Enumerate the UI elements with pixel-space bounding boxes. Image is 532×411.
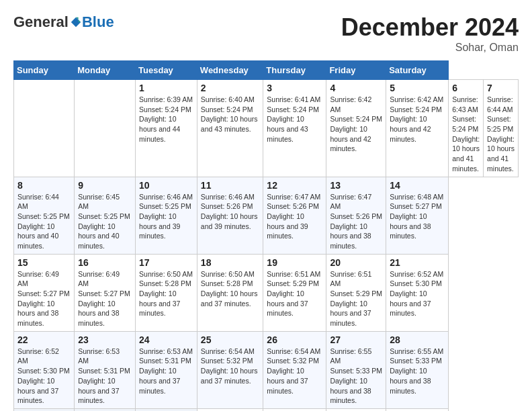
day-number: 22 [17,334,71,345]
calendar-day-cell: 6Sunrise: 6:43 AM Sunset: 5:24 PM Daylig… [449,80,484,177]
day-info: Sunrise: 6:46 AM Sunset: 5:25 PM Dayligh… [139,192,193,241]
calendar-day-cell: 15Sunrise: 6:49 AM Sunset: 5:27 PM Dayli… [14,254,75,331]
day-info: Sunrise: 6:55 AM Sunset: 5:33 PM Dayligh… [330,347,382,406]
day-info: Sunrise: 6:41 AM Sunset: 5:24 PM Dayligh… [267,95,322,144]
day-info: Sunrise: 6:54 AM Sunset: 5:32 PM Dayligh… [267,347,322,396]
calendar-day-cell: 3Sunrise: 6:41 AM Sunset: 5:24 PM Daylig… [263,80,326,177]
weekday-header-tuesday: Tuesday [136,61,197,80]
logo: General Blue [13,13,114,31]
day-info: Sunrise: 6:44 AM Sunset: 5:25 PM Dayligh… [487,95,515,174]
weekday-header-row: SundayMondayTuesdayWednesdayThursdayFrid… [14,61,519,80]
calendar-week-row: 1Sunrise: 6:39 AM Sunset: 5:24 PM Daylig… [14,80,519,177]
day-number: 3 [267,83,322,93]
calendar-day-cell: 18Sunrise: 6:50 AM Sunset: 5:28 PM Dayli… [197,254,263,331]
day-info: Sunrise: 6:53 AM Sunset: 5:31 PM Dayligh… [139,347,193,396]
day-info: Sunrise: 6:48 AM Sunset: 5:27 PM Dayligh… [390,192,445,241]
calendar-day-cell: 9Sunrise: 6:45 AM Sunset: 5:25 PM Daylig… [75,177,136,254]
day-number: 15 [17,257,71,268]
day-number: 20 [330,257,382,268]
day-info: Sunrise: 6:39 AM Sunset: 5:24 PM Dayligh… [139,95,193,144]
calendar-day-cell: 27Sunrise: 6:55 AM Sunset: 5:33 PM Dayli… [326,331,386,408]
calendar-day-cell [263,408,326,411]
calendar-day-cell: 31Sunrise: 6:56 AM Sunset: 5:35 PM Dayli… [136,408,197,411]
calendar-day-cell: 19Sunrise: 6:51 AM Sunset: 5:29 PM Dayli… [263,254,326,331]
day-info: Sunrise: 6:49 AM Sunset: 5:27 PM Dayligh… [17,269,71,328]
day-number: 5 [390,83,445,93]
calendar-day-cell [14,80,75,177]
calendar-week-row: 8Sunrise: 6:44 AM Sunset: 5:25 PM Daylig… [14,177,519,254]
calendar-day-cell: 25Sunrise: 6:54 AM Sunset: 5:32 PM Dayli… [197,331,263,408]
day-info: Sunrise: 6:43 AM Sunset: 5:24 PM Dayligh… [452,95,480,174]
day-number: 27 [330,334,382,345]
calendar-day-cell [197,408,263,411]
day-info: Sunrise: 6:47 AM Sunset: 5:26 PM Dayligh… [267,192,322,241]
calendar-day-cell: 1Sunrise: 6:39 AM Sunset: 5:24 PM Daylig… [136,80,197,177]
day-info: Sunrise: 6:49 AM Sunset: 5:27 PM Dayligh… [78,269,132,328]
calendar-day-cell: 14Sunrise: 6:48 AM Sunset: 5:27 PM Dayli… [386,177,449,254]
day-info: Sunrise: 6:40 AM Sunset: 5:24 PM Dayligh… [201,95,260,134]
day-info: Sunrise: 6:53 AM Sunset: 5:31 PM Dayligh… [78,347,132,406]
day-number: 11 [201,180,260,191]
day-number: 28 [390,334,445,345]
header: General Blue December 2024 Sohar, Oman [13,13,519,54]
day-number: 25 [201,334,260,345]
day-number: 13 [330,180,382,191]
calendar-day-cell: 5Sunrise: 6:42 AM Sunset: 5:24 PM Daylig… [386,80,449,177]
calendar-day-cell: 10Sunrise: 6:46 AM Sunset: 5:25 PM Dayli… [136,177,197,254]
calendar-day-cell: 29Sunrise: 6:55 AM Sunset: 5:34 PM Dayli… [14,408,75,411]
day-number: 8 [17,180,71,191]
calendar-day-cell: 20Sunrise: 6:51 AM Sunset: 5:29 PM Dayli… [326,254,386,331]
weekday-header-monday: Monday [75,61,136,80]
weekday-header-sunday: Sunday [14,61,75,80]
calendar-day-cell [326,408,386,411]
calendar-day-cell: 11Sunrise: 6:46 AM Sunset: 5:26 PM Dayli… [197,177,263,254]
calendar-day-cell: 24Sunrise: 6:53 AM Sunset: 5:31 PM Dayli… [136,331,197,408]
calendar-day-cell: 22Sunrise: 6:52 AM Sunset: 5:30 PM Dayli… [14,331,75,408]
day-number: 24 [139,334,193,345]
calendar-day-cell: 4Sunrise: 6:42 AM Sunset: 5:24 PM Daylig… [326,80,386,177]
calendar-table: SundayMondayTuesdayWednesdayThursdayFrid… [13,60,519,411]
day-number: 2 [201,83,260,93]
day-info: Sunrise: 6:52 AM Sunset: 5:30 PM Dayligh… [390,269,445,318]
calendar-day-cell: 21Sunrise: 6:52 AM Sunset: 5:30 PM Dayli… [386,254,449,331]
weekday-header-thursday: Thursday [263,61,326,80]
calendar-day-cell [75,80,136,177]
day-number: 7 [487,83,515,93]
calendar-day-cell: 12Sunrise: 6:47 AM Sunset: 5:26 PM Dayli… [263,177,326,254]
day-number: 16 [78,257,132,268]
calendar-week-row: 15Sunrise: 6:49 AM Sunset: 5:27 PM Dayli… [14,254,519,331]
calendar-day-cell: 23Sunrise: 6:53 AM Sunset: 5:31 PM Dayli… [75,331,136,408]
calendar-day-cell: 28Sunrise: 6:55 AM Sunset: 5:33 PM Dayli… [386,331,449,408]
day-info: Sunrise: 6:52 AM Sunset: 5:30 PM Dayligh… [17,347,71,406]
day-info: Sunrise: 6:42 AM Sunset: 5:24 PM Dayligh… [330,95,382,154]
day-info: Sunrise: 6:51 AM Sunset: 5:29 PM Dayligh… [267,269,322,318]
calendar-day-cell: 13Sunrise: 6:47 AM Sunset: 5:26 PM Dayli… [326,177,386,254]
month-title: December 2024 [341,13,519,42]
day-info: Sunrise: 6:51 AM Sunset: 5:29 PM Dayligh… [330,269,382,328]
calendar-day-cell: 17Sunrise: 6:50 AM Sunset: 5:28 PM Dayli… [136,254,197,331]
day-info: Sunrise: 6:55 AM Sunset: 5:33 PM Dayligh… [390,347,445,396]
day-number: 21 [390,257,445,268]
day-number: 9 [78,180,132,191]
day-number: 12 [267,180,322,191]
day-info: Sunrise: 6:47 AM Sunset: 5:26 PM Dayligh… [330,192,382,251]
calendar-day-cell: 2Sunrise: 6:40 AM Sunset: 5:24 PM Daylig… [197,80,263,177]
day-number: 6 [452,83,480,93]
day-info: Sunrise: 6:45 AM Sunset: 5:25 PM Dayligh… [78,192,132,251]
calendar-day-cell: 30Sunrise: 6:56 AM Sunset: 5:35 PM Dayli… [75,408,136,411]
day-info: Sunrise: 6:54 AM Sunset: 5:32 PM Dayligh… [201,347,260,386]
day-number: 14 [390,180,445,191]
weekday-header-wednesday: Wednesday [197,61,263,80]
calendar-day-cell: 8Sunrise: 6:44 AM Sunset: 5:25 PM Daylig… [14,177,75,254]
calendar-day-cell: 26Sunrise: 6:54 AM Sunset: 5:32 PM Dayli… [263,331,326,408]
day-number: 19 [267,257,322,268]
calendar-day-cell [386,408,449,411]
calendar-week-row: 29Sunrise: 6:55 AM Sunset: 5:34 PM Dayli… [14,408,519,411]
day-number: 10 [139,180,193,191]
title-area: December 2024 Sohar, Oman [341,13,519,54]
day-info: Sunrise: 6:44 AM Sunset: 5:25 PM Dayligh… [17,192,71,251]
calendar-week-row: 22Sunrise: 6:52 AM Sunset: 5:30 PM Dayli… [14,331,519,408]
day-info: Sunrise: 6:50 AM Sunset: 5:28 PM Dayligh… [139,269,193,318]
weekday-header-saturday: Saturday [386,61,449,80]
logo-blue-text: Blue [82,13,114,31]
